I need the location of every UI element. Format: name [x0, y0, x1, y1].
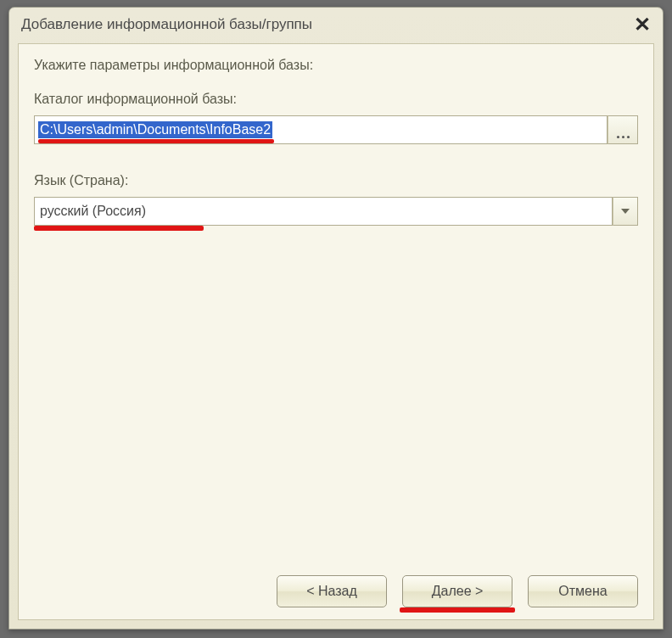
language-dropdown-button[interactable]: [613, 197, 638, 226]
titlebar: Добавление информационной базы/группы ✕: [9, 8, 663, 43]
language-value: русский (Россия): [40, 204, 146, 219]
button-row: < Назад Далее > Отмена: [34, 565, 638, 607]
catalog-row: C:\Users\admin\Documents\InfoBase2: [34, 115, 638, 144]
browse-button[interactable]: [608, 115, 638, 144]
language-row: русский (Россия): [34, 197, 638, 226]
chevron-down-icon: [621, 209, 630, 214]
catalog-path-input[interactable]: C:\Users\admin\Documents\InfoBase2: [34, 115, 608, 144]
next-button[interactable]: Далее >: [402, 575, 512, 607]
close-icon[interactable]: ✕: [634, 14, 651, 35]
parameters-heading: Укажите параметры информационной базы:: [34, 58, 638, 73]
window-title: Добавление информационной базы/группы: [21, 16, 312, 33]
cancel-button[interactable]: Отмена: [528, 575, 638, 607]
dialog-content: Укажите параметры информационной базы: К…: [18, 43, 654, 620]
language-select[interactable]: русский (Россия): [34, 197, 613, 226]
ellipsis-icon: [622, 136, 624, 138]
language-label: Язык (Страна):: [34, 173, 638, 188]
catalog-path-value: C:\Users\admin\Documents\InfoBase2: [38, 121, 272, 138]
back-button[interactable]: < Назад: [277, 575, 387, 607]
catalog-label: Каталог информационной базы:: [34, 92, 638, 107]
annotation-underline: [34, 226, 204, 231]
dialog-window: Добавление информационной базы/группы ✕ …: [8, 7, 664, 630]
